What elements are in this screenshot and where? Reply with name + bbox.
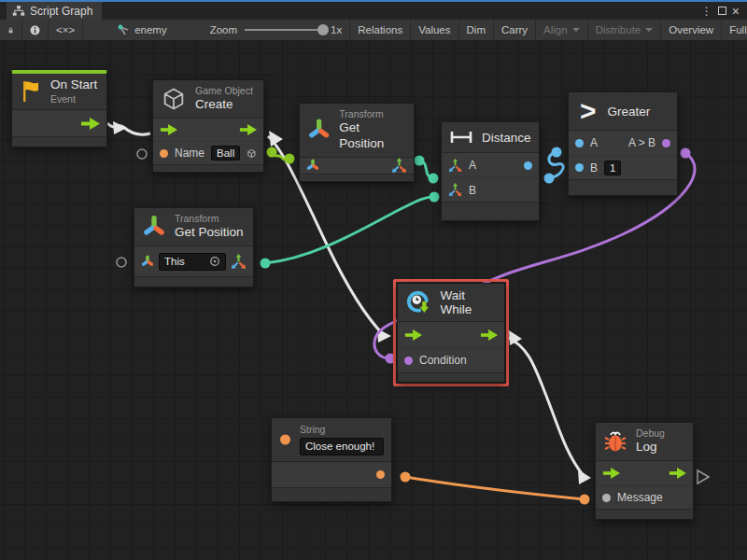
- graph-icon: [117, 23, 130, 36]
- lock-icon: [7, 24, 14, 36]
- node-category: Debug: [636, 427, 665, 440]
- node-category: Transform: [175, 213, 244, 225]
- flag-icon: [20, 79, 42, 104]
- node-footer: [134, 276, 253, 287]
- message-port[interactable]: [602, 494, 611, 502]
- vector3-out-port[interactable]: [391, 158, 407, 174]
- values-button[interactable]: Values: [411, 20, 458, 41]
- flow-out-port[interactable]: [80, 118, 100, 130]
- node-title: Get Position: [339, 120, 406, 152]
- node-subtitle: Event: [50, 93, 97, 105]
- condition-port[interactable]: [404, 357, 413, 365]
- carry-button[interactable]: Carry: [494, 20, 536, 41]
- node-footer: [569, 179, 677, 195]
- string-value-input[interactable]: Close enough!: [300, 438, 384, 455]
- node-title: Distance: [482, 131, 531, 145]
- node-on-start[interactable]: On Start Event: [11, 70, 107, 147]
- node-title: On Start: [50, 77, 97, 93]
- wait-clock-icon: [405, 288, 431, 316]
- align-button: Align: [536, 20, 588, 41]
- port-label: A: [590, 136, 598, 149]
- node-footer: [12, 136, 106, 147]
- transform-in-port[interactable]: [141, 255, 154, 268]
- port-label: Condition: [419, 354, 467, 367]
- dim-button[interactable]: Dim: [459, 20, 494, 41]
- node-footer: [300, 174, 414, 181]
- target-input[interactable]: This: [159, 253, 226, 271]
- flow-in-port[interactable]: [160, 124, 177, 135]
- node-get-position-1[interactable]: Transform Get Position: [299, 103, 415, 182]
- tab-title: Script Graph: [30, 5, 92, 18]
- flow-out-port[interactable]: [669, 468, 686, 479]
- distribute-caret-icon: [645, 28, 653, 32]
- node-title: Greater: [608, 105, 651, 119]
- zoom-slider[interactable]: [245, 29, 323, 31]
- vector3-out-port[interactable]: [231, 254, 247, 270]
- code-glyph: <×>: [56, 24, 75, 35]
- name-input-port[interactable]: [160, 149, 168, 158]
- node-wait-while[interactable]: Wait While Condition: [397, 283, 505, 383]
- node-debug-log[interactable]: Debug Log Message: [595, 422, 694, 520]
- port-label: Message: [617, 491, 663, 504]
- overview-button[interactable]: Overview: [661, 20, 722, 41]
- cube-icon: [161, 86, 187, 112]
- object-picker-icon[interactable]: [209, 256, 220, 267]
- node-category: String: [300, 424, 384, 436]
- node-footer: [398, 372, 504, 382]
- node-title: Log: [636, 440, 665, 455]
- port-label: A > B: [628, 136, 655, 149]
- zoom-value: 1x: [331, 24, 342, 35]
- flow-in-port[interactable]: [404, 329, 422, 341]
- zoom-slider-handle[interactable]: [317, 24, 329, 35]
- node-footer: [442, 202, 539, 220]
- gameobject-out-port[interactable]: [247, 147, 257, 161]
- zoom-label: Zoom: [210, 24, 237, 35]
- greater-b-port[interactable]: [575, 163, 584, 172]
- transform-icon: [307, 118, 331, 142]
- name-value-input[interactable]: Ball: [211, 146, 240, 161]
- node-footer: [153, 164, 263, 172]
- node-footer: [272, 487, 391, 502]
- script-graph-window: Script Graph ⋮ × <×>: [0, 0, 747, 560]
- greater-a-port[interactable]: [575, 139, 584, 147]
- node-title: Wait While: [440, 288, 497, 316]
- flow-out-port[interactable]: [239, 124, 257, 135]
- align-caret-icon: [572, 28, 580, 32]
- flow-out-port[interactable]: [480, 329, 498, 341]
- tab-script-graph[interactable]: Script Graph: [7, 2, 102, 20]
- flow-in-port[interactable]: [602, 468, 620, 479]
- node-greater[interactable]: > Greater A A > B B 1: [568, 91, 678, 196]
- string-out-port[interactable]: [376, 470, 385, 479]
- graph-breadcrumb[interactable]: enemy: [107, 23, 176, 36]
- port-label: B: [590, 161, 598, 175]
- lock-button[interactable]: [0, 20, 22, 41]
- port-label: B: [469, 184, 476, 197]
- transform-icon: [142, 215, 166, 239]
- maximize-icon[interactable]: [718, 7, 726, 15]
- distance-icon: [449, 130, 473, 145]
- node-string[interactable]: String Close enough!: [271, 417, 392, 502]
- info-button[interactable]: [22, 20, 49, 41]
- port-label: Name: [175, 147, 204, 160]
- greater-b-input[interactable]: 1: [604, 161, 621, 175]
- close-icon[interactable]: ×: [732, 7, 740, 16]
- greater-out-port[interactable]: [662, 139, 670, 147]
- node-create[interactable]: Game Object Create Name Ball: [152, 79, 264, 173]
- code-view-button[interactable]: <×>: [49, 20, 83, 41]
- script-graph-icon: [12, 5, 25, 18]
- fullscreen-button[interactable]: Full Screen: [722, 20, 747, 41]
- window-menu-icon[interactable]: ⋮: [701, 7, 712, 16]
- vector3-in-port-b[interactable]: [448, 183, 462, 197]
- titlebar: Script Graph ⋮ ×: [0, 2, 747, 20]
- distance-out-port[interactable]: [524, 161, 532, 170]
- vector3-in-port-a[interactable]: [448, 159, 462, 173]
- relations-button[interactable]: Relations: [350, 20, 411, 41]
- node-get-position-2[interactable]: Transform Get Position This: [134, 207, 254, 287]
- info-icon: [30, 24, 40, 36]
- distribute-button: Distribute: [588, 20, 662, 41]
- node-category: Transform: [339, 108, 406, 120]
- node-distance[interactable]: Distance A B: [441, 121, 540, 221]
- node-title: Get Position: [175, 225, 244, 241]
- bug-icon: [603, 429, 627, 454]
- transform-in-port[interactable]: [306, 159, 319, 172]
